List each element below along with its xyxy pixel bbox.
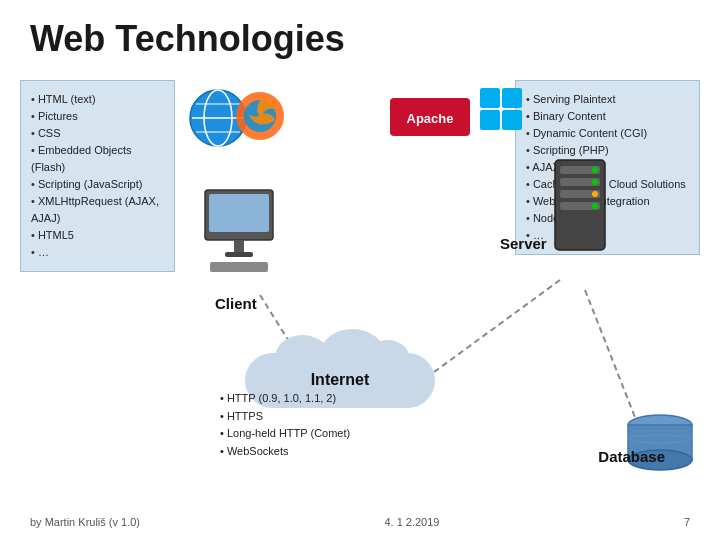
server-tech-list: Serving PlaintextBinary ContentDynamic C… [526, 91, 689, 244]
svg-point-30 [628, 415, 692, 435]
list-item: HTML (text) [31, 91, 164, 108]
desktop-icon [205, 190, 273, 272]
svg-rect-16 [205, 190, 273, 240]
svg-rect-14 [480, 110, 500, 130]
list-item: XMLHttpRequest (AJAX, AJAJ) [31, 193, 164, 227]
slide: Web Technologies HTML (text)PicturesCSSE… [0, 0, 720, 540]
svg-line-1 [430, 280, 560, 375]
list-item: Embedded Objects (Flash) [31, 142, 164, 176]
footer-author: by Martin Kruliš (v 1.0) [30, 516, 140, 528]
list-item: Serving Plaintext [526, 91, 689, 108]
list-item: AJAX, AJAJ [526, 159, 689, 176]
list-item: Scripting (JavaScript) [31, 176, 164, 193]
list-item: … [31, 244, 164, 261]
svg-rect-17 [209, 194, 269, 232]
list-item: Binary Content [526, 108, 689, 125]
svg-line-2 [585, 290, 640, 430]
server-technologies-box: Serving PlaintextBinary ContentDynamic C… [515, 80, 700, 255]
database-label: Database [598, 448, 665, 465]
footer: by Martin Kruliš (v 1.0) 4. 1 2.2019 7 [0, 516, 720, 528]
server-label: Server [500, 235, 547, 252]
list-item: Dynamic Content (CGI) [526, 125, 689, 142]
list-item: Node.JS [526, 210, 689, 227]
internet-protocol-list: HTTP (0.9, 1.0, 1.1, 2)HTTPSLong-held HT… [220, 390, 350, 460]
footer-page: 7 [684, 516, 690, 528]
list-item: HTTPS [220, 408, 350, 426]
svg-point-8 [236, 92, 284, 140]
svg-rect-12 [480, 88, 500, 108]
svg-rect-18 [234, 240, 244, 252]
list-item: Pictures [31, 108, 164, 125]
client-label: Client [215, 295, 257, 312]
list-item: WebSockets Integration [526, 193, 689, 210]
svg-point-34 [628, 435, 692, 443]
apache-logo: Apache [390, 98, 470, 136]
cloud-bump [365, 340, 410, 378]
page-title: Web Technologies [30, 18, 345, 60]
client-tech-list: HTML (text)PicturesCSSEmbedded Objects (… [31, 91, 164, 261]
internet-label: Internet [311, 371, 370, 389]
svg-point-9 [244, 100, 276, 132]
list-item: HTTP (0.9, 1.0, 1.1, 2) [220, 390, 350, 408]
svg-text:Apache: Apache [407, 111, 454, 126]
list-item: Caching, HPC, Cloud Solutions [526, 176, 689, 193]
svg-point-3 [190, 90, 246, 146]
internet-list-box: HTTP (0.9, 1.0, 1.1, 2)HTTPSLong-held HT… [220, 390, 350, 460]
list-item: Scripting (PHP) [526, 142, 689, 159]
footer-date: 4. 1 2.2019 [384, 516, 439, 528]
list-item: CSS [31, 125, 164, 142]
list-item: Long-held HTTP (Comet) [220, 425, 350, 443]
firefox-icon [236, 92, 284, 140]
svg-point-4 [204, 90, 232, 146]
svg-rect-20 [210, 262, 268, 272]
browser-icon [190, 90, 246, 146]
list-item: HTML5 [31, 227, 164, 244]
svg-rect-10 [390, 98, 470, 136]
client-technologies-box: HTML (text)PicturesCSSEmbedded Objects (… [20, 80, 175, 272]
svg-rect-19 [225, 252, 253, 257]
list-item: … [526, 227, 689, 244]
list-item: WebSockets [220, 443, 350, 461]
